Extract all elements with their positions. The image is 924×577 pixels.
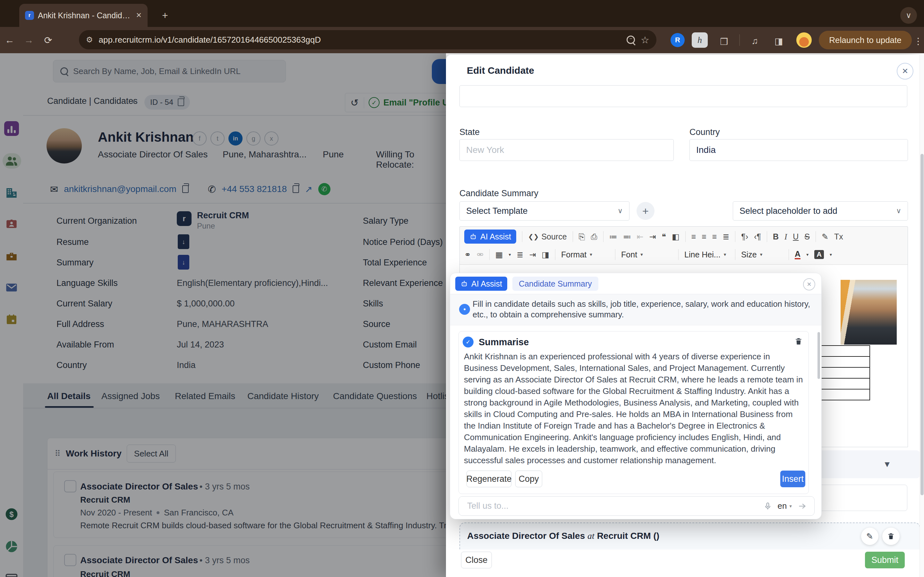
resume-doc-icon[interactable]: ↓ <box>178 234 189 249</box>
align-center-icon[interactable]: ≡ <box>702 233 706 241</box>
editor-table[interactable] <box>821 345 870 400</box>
twitter-icon[interactable]: t <box>210 131 225 145</box>
tab-close-icon[interactable]: ✕ <box>136 11 142 19</box>
ai-prompt-input[interactable] <box>467 501 758 511</box>
placeholder-select[interactable]: Select placeholder to add ∨ <box>733 201 908 221</box>
email-status-widget[interactable]: ↺ ✓ Email "Profile Upda <box>345 93 446 112</box>
align-right-icon[interactable]: ≡ <box>712 233 717 241</box>
format-dropdown[interactable]: Format▾ <box>561 250 609 259</box>
xing-icon[interactable]: x <box>264 131 278 145</box>
editor-ai-assist-button[interactable]: AI Assist <box>464 229 516 243</box>
linkedin-icon[interactable]: in <box>228 131 242 145</box>
add-template-button[interactable]: + <box>636 202 654 220</box>
panel-scrollbar[interactable] <box>919 55 924 577</box>
popup-scroll-thumb[interactable] <box>817 332 820 379</box>
rtl-icon[interactable]: ‹¶ <box>754 233 761 241</box>
reload-icon[interactable]: ⟳ <box>39 35 58 46</box>
size-dropdown[interactable]: Size▾ <box>741 250 783 259</box>
tab-candidate-questions[interactable]: Candidate Questions <box>333 391 417 401</box>
accordion-arrow-icon[interactable]: ▼ <box>883 459 891 469</box>
remove-format-icon[interactable]: Tx <box>834 233 843 241</box>
template-select[interactable]: Select Template ∨ <box>459 201 630 221</box>
page-break-icon[interactable]: ⇥ <box>529 251 536 259</box>
sidebar-item-contacts[interactable] <box>5 218 18 231</box>
line-height-dropdown[interactable]: Line Hei...▾ <box>684 250 729 259</box>
facebook-icon[interactable]: f <box>192 131 207 145</box>
summary-doc-icon[interactable]: ↓ <box>178 255 189 269</box>
bg-color-icon[interactable]: A <box>814 250 824 259</box>
sidebar-item-jobs[interactable] <box>5 250 18 263</box>
regenerate-button[interactable]: Regenerate <box>467 471 511 487</box>
address-textarea[interactable] <box>459 85 907 107</box>
sidebar-item-billing[interactable] <box>5 572 18 577</box>
edit-work-button[interactable]: ✎ <box>861 528 879 545</box>
extension-h-icon[interactable]: h <box>692 32 708 48</box>
table-caret-icon[interactable]: ▾ <box>509 252 511 257</box>
site-settings-icon[interactable]: ⚙ <box>86 35 93 44</box>
sidebar-item-email[interactable] <box>5 281 18 294</box>
paste-word-icon[interactable]: ⎙ <box>591 233 598 241</box>
sidebar-item-reports[interactable] <box>5 540 18 553</box>
close-button[interactable]: Close <box>461 552 492 568</box>
popup-close-button[interactable]: ✕ <box>803 278 815 290</box>
sidebar-item-companies[interactable] <box>5 186 18 199</box>
zoom-out-icon[interactable]: − <box>627 35 635 44</box>
media-controls-icon[interactable]: ♫ <box>751 36 758 46</box>
bookmark-star-icon[interactable]: ☆ <box>641 34 649 45</box>
state-input[interactable] <box>459 139 674 161</box>
sidebar-item-deals[interactable]: $ <box>5 507 19 521</box>
relaunch-to-update-button[interactable]: Relaunch to update <box>819 31 912 49</box>
strikethrough-icon[interactable]: S <box>804 233 810 241</box>
div-container-icon[interactable]: ◧ <box>672 233 680 241</box>
window-chevron-icon[interactable]: ∨ <box>900 7 917 24</box>
delete-work-button[interactable] <box>882 528 900 545</box>
browser-menu-icon[interactable]: ⋮ <box>914 36 923 47</box>
insert-button[interactable]: Insert <box>780 471 805 487</box>
special-char-icon[interactable]: ◨ <box>541 251 549 259</box>
copy-email-icon[interactable] <box>182 185 189 193</box>
delete-summary-button[interactable] <box>795 337 803 346</box>
whatsapp-icon[interactable]: ✆ <box>318 183 330 195</box>
browser-tab[interactable]: r Ankit Krishnan - Candidate | R ✕ <box>19 4 148 27</box>
text-color-caret[interactable]: ▾ <box>806 252 809 257</box>
mic-icon[interactable] <box>764 502 772 510</box>
side-panel-icon[interactable]: ◨ <box>774 36 783 47</box>
drag-handle-icon[interactable]: ⠿ <box>55 449 61 459</box>
language-select[interactable]: en ▾ <box>778 501 792 511</box>
sidebar-item-dashboard[interactable] <box>4 121 19 136</box>
back-icon[interactable]: ← <box>0 35 19 45</box>
justify-icon[interactable]: ≣ <box>722 233 729 241</box>
candidate-email[interactable]: ankitkrishnan@yopmail.com <box>64 184 176 194</box>
submit-button[interactable]: Submit <box>865 552 905 568</box>
forward-icon[interactable]: → <box>19 35 39 45</box>
underline-icon[interactable]: U <box>793 233 798 241</box>
send-icon[interactable] <box>798 502 806 511</box>
panel-scroll-thumb[interactable] <box>921 154 924 495</box>
paste-text-icon[interactable]: ⎘ <box>579 233 585 241</box>
table-icon[interactable]: ▦ <box>495 251 503 259</box>
blockquote-icon[interactable]: ❝ <box>662 233 666 241</box>
tab-candidate-history[interactable]: Candidate History <box>247 391 319 401</box>
panel-close-button[interactable]: ✕ <box>897 63 913 79</box>
country-input[interactable] <box>690 139 908 161</box>
extensions-puzzle-icon[interactable]: ❒ <box>720 37 728 47</box>
copy-formatting-icon[interactable]: ✎ <box>822 233 829 241</box>
github-icon[interactable]: g <box>246 131 260 145</box>
ordered-list-icon[interactable]: ≔ <box>609 233 617 241</box>
url-text[interactable]: app.recruitcrm.io/v1/candidate/165720164… <box>99 35 621 45</box>
url-bar[interactable]: ⚙ app.recruitcrm.io/v1/candidate/1657201… <box>79 30 656 49</box>
copy-phone-icon[interactable] <box>292 185 299 193</box>
work-entry-checkbox[interactable] <box>64 554 76 566</box>
external-call-icon[interactable]: ↗ <box>305 184 312 195</box>
align-left-icon[interactable]: ≡ <box>691 233 696 241</box>
copy-id-icon[interactable] <box>178 98 184 106</box>
tab-all-details[interactable]: All Details <box>47 391 90 401</box>
extension-r-icon[interactable]: R <box>670 33 685 47</box>
outdent-icon[interactable]: ⇤ <box>637 233 644 241</box>
indent-icon[interactable]: ⇥ <box>649 233 656 241</box>
tab-related-emails[interactable]: Related Emails <box>175 391 235 401</box>
new-tab-button[interactable]: + <box>162 10 168 21</box>
candidate-phone[interactable]: +44 553 821818 <box>222 184 287 194</box>
copy-button[interactable]: Copy <box>515 471 542 487</box>
tab-assigned-jobs[interactable]: Assigned Jobs <box>102 391 160 401</box>
